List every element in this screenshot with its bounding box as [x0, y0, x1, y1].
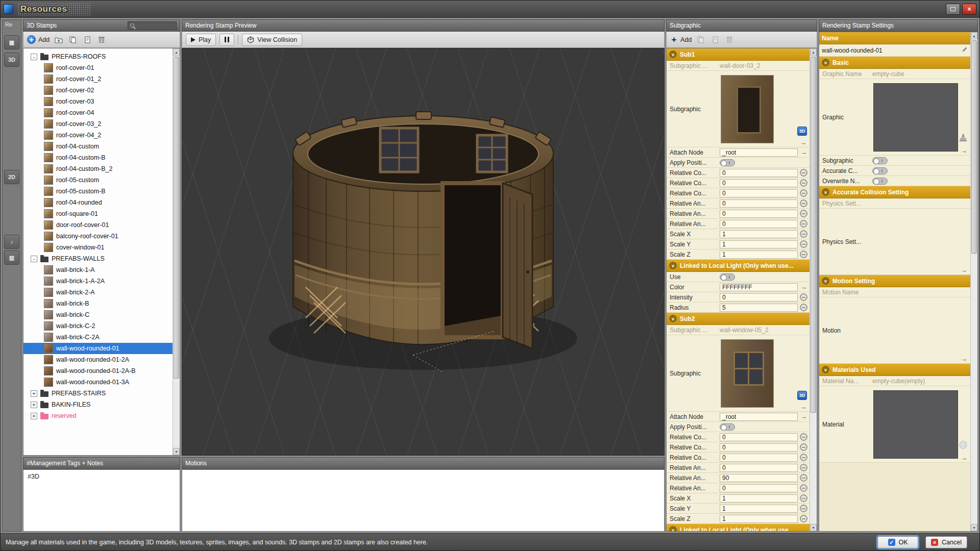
stamps-3d-icon[interactable]: 3D	[4, 53, 19, 67]
tree-item-roof-04-custom[interactable]: roof-04-custom	[23, 141, 173, 152]
sub-attach-node-22-field[interactable]: _root	[720, 413, 798, 421]
section-sub2[interactable]: vSub2	[667, 313, 810, 325]
expand-arrow-icon[interactable]: →	[961, 356, 967, 362]
sub-relative-co-5-field[interactable]: 0	[720, 169, 798, 177]
tree-item-roof-05-custom-b[interactable]: roof-05-custom-B	[23, 186, 173, 197]
sub-relative-an-27-field[interactable]: 0	[720, 464, 798, 472]
collapse-icon[interactable]: v	[669, 262, 677, 269]
sub-relative-co-6-field[interactable]: 0	[720, 179, 798, 187]
pick-arrow-icon[interactable]: →	[800, 148, 807, 156]
section-motion-setting[interactable]: vMotion Setting	[819, 275, 970, 287]
set-accurate-c-6-toggle[interactable]	[872, 167, 888, 174]
formula-icon[interactable]	[800, 199, 807, 207]
formula-icon[interactable]	[800, 304, 807, 311]
sub-apply-positi-4-toggle[interactable]	[720, 159, 735, 166]
tree-item-roof-cover-03-2[interactable]: roof-cover-03_2	[23, 118, 173, 130]
tree-item-wall-brick-1-a[interactable]: wall-brick-1-A	[23, 264, 173, 276]
expand-arrow-icon[interactable]: →	[961, 267, 967, 273]
tree-item-roof-cover-04[interactable]: roof-cover-04	[23, 107, 173, 118]
sound-icon[interactable]: ♪	[4, 235, 19, 249]
formula-icon[interactable]	[800, 293, 807, 301]
scroll-down-icon[interactable]: ▼	[810, 524, 817, 531]
collapse-icon[interactable]: v	[822, 277, 829, 285]
stamps-2d-icon[interactable]: 2D	[4, 170, 19, 184]
section-sub1[interactable]: vSub1	[667, 48, 810, 61]
set-graphic-4-preview[interactable]	[873, 83, 958, 152]
collapse-icon[interactable]: v	[669, 526, 677, 531]
sub-relative-co-25-field[interactable]: 0	[720, 443, 798, 452]
expander-icon[interactable]: -	[31, 256, 37, 262]
formula-icon[interactable]	[800, 220, 807, 228]
sub-relative-co-7-field[interactable]: 0	[720, 189, 798, 197]
expander-icon[interactable]: +	[31, 390, 37, 397]
collapse-icon[interactable]: v	[669, 51, 677, 58]
subgraphic-scroll-thumb[interactable]	[811, 57, 816, 413]
settings-scroll-thumb[interactable]	[971, 40, 977, 254]
pick-arrow-icon[interactable]: →	[800, 283, 807, 291]
tree-item-roof-square-01[interactable]: roof-square-01	[23, 208, 173, 219]
tree-item-roof-cover-04-2[interactable]: roof-cover-04_2	[23, 130, 173, 141]
sub-attach-node-3-field[interactable]: _root	[720, 148, 798, 157]
formula-icon[interactable]	[800, 251, 807, 258]
tree-item-roof-04-custom-b-2[interactable]: roof-04-custom-B_2	[23, 163, 173, 174]
sub-subgraphic-21-preview[interactable]	[721, 339, 774, 408]
tree-folder-prefabs-walls[interactable]: -PREFABS-WALLS	[23, 253, 173, 264]
formula-icon[interactable]	[800, 474, 807, 482]
motions-list[interactable]	[182, 469, 665, 532]
subgraphic-scrollbar[interactable]: ▲ ▼	[810, 48, 817, 531]
copy-button[interactable]	[67, 34, 78, 45]
tree-item-wall-brick-1-a-2a[interactable]: wall-brick-1-A-2A	[23, 276, 173, 287]
set-material-16-preview[interactable]	[873, 390, 958, 459]
close-button[interactable]: ×	[962, 4, 976, 15]
sub-relative-an-9-field[interactable]: 0	[720, 210, 798, 218]
formula-icon[interactable]	[800, 484, 807, 492]
formula-icon[interactable]	[800, 240, 807, 248]
tree-item-wall-brick-2-a[interactable]: wall-brick-2-A	[23, 287, 173, 298]
tree-scrollbar[interactable]: ▲ ▼	[173, 48, 180, 455]
sub-relative-an-29-field[interactable]: 0	[720, 484, 798, 492]
expand-arrow-icon[interactable]: →	[961, 147, 967, 154]
tags-note-area[interactable]: #3D	[23, 469, 180, 532]
scroll-down-icon[interactable]: ▼	[971, 524, 977, 531]
collapse-icon[interactable]: v	[822, 188, 829, 196]
sub-relative-an-10-field[interactable]: 0	[720, 220, 798, 228]
tree-item-wall-brick-b[interactable]: wall-brick-B	[23, 298, 173, 309]
delete-button[interactable]	[724, 34, 734, 45]
tree-item-wall-wood-rounded-01-2a-b[interactable]: wall-wood-rounded-01-2A-B	[23, 365, 173, 377]
sub-scale-z-13-field[interactable]: 1	[720, 251, 798, 259]
expander-icon[interactable]: -	[31, 54, 37, 60]
paste-button[interactable]	[709, 34, 720, 45]
tree-item-wall-wood-rounded-01[interactable]: wall-wood-rounded-01	[23, 343, 173, 354]
collapse-icon[interactable]: v	[822, 366, 829, 373]
set-physics-sett-10-preview[interactable]	[873, 213, 958, 271]
sub-color-16-field[interactable]: FFFFFFFF	[720, 283, 798, 291]
formula-icon[interactable]	[800, 169, 807, 177]
sub-apply-positi-23-toggle[interactable]	[720, 423, 735, 431]
formula-icon[interactable]	[800, 464, 807, 471]
tree-folder-prefabs-stairs[interactable]: +PREFABS-STAIRS	[23, 388, 173, 399]
formula-icon[interactable]	[800, 210, 807, 217]
tree-item-wall-brick-c-2[interactable]: wall-brick-C-2	[23, 320, 173, 332]
expand-arrow-icon[interactable]: →	[800, 404, 806, 410]
tree-item-roof-04-custom-b[interactable]: roof-04-custom-B	[23, 152, 173, 163]
formula-icon[interactable]	[800, 443, 807, 451]
titlebar[interactable]: Resources ×	[1, 1, 979, 18]
tree-item-cover-window-01[interactable]: cover-window-01	[23, 242, 173, 253]
sub-relative-an-28-field[interactable]: 90	[720, 474, 798, 482]
tree-folder-reserved[interactable]: +reserved	[23, 410, 173, 421]
tree-item-roof-cover-01-2[interactable]: roof-cover-01_2	[23, 73, 173, 85]
tree-scroll-thumb[interactable]	[174, 57, 179, 379]
formula-icon[interactable]	[800, 433, 807, 441]
formula-icon[interactable]	[800, 230, 807, 238]
tree-item-roof-cover-03[interactable]: roof-cover-03	[23, 96, 173, 107]
scroll-down-icon[interactable]: ▼	[173, 448, 180, 455]
sprite-sheet-icon[interactable]: ▦	[4, 35, 19, 49]
tree-item-roof-05-custom[interactable]: roof-05-custom	[23, 174, 173, 186]
collapse-icon[interactable]: v	[669, 315, 677, 322]
sub-use-15-toggle[interactable]	[720, 273, 735, 281]
sub-radius-18-field[interactable]: 5	[720, 304, 798, 312]
formula-icon[interactable]	[800, 189, 807, 197]
tree-item-wall-brick-c[interactable]: wall-brick-C	[23, 309, 173, 320]
set-subgraphic-5-toggle[interactable]	[872, 157, 888, 164]
expand-arrow-icon[interactable]: →	[961, 455, 967, 461]
